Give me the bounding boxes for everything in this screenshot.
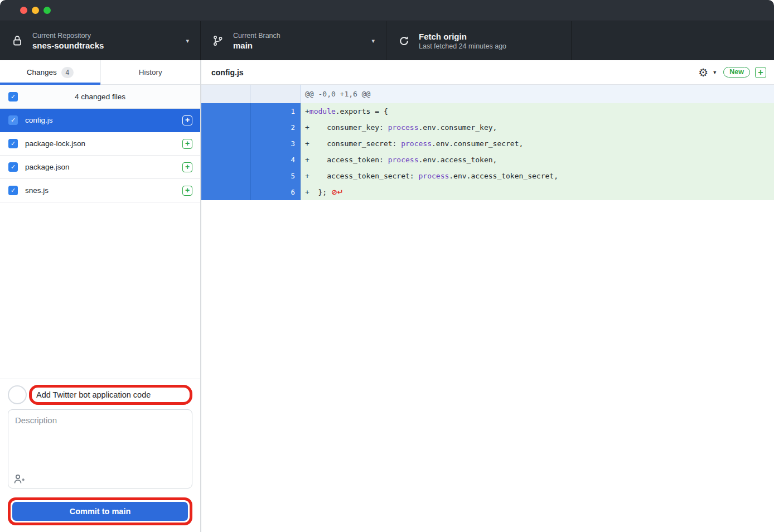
diff-line[interactable]: 6+ }; ⊘↵ [201, 184, 774, 200]
branch-switcher[interactable]: Current Branch main ▾ [201, 21, 386, 60]
diff-line[interactable]: 5+ access_token_secret: process.env.acce… [201, 168, 774, 184]
changed-files-count: 4 changed files [0, 93, 200, 101]
avatar [8, 385, 27, 404]
file-row[interactable]: ✓package.json+ [0, 156, 200, 179]
line-gutter-old[interactable] [201, 103, 251, 119]
repository-switcher[interactable]: Current Repository snes-soundtracks ▾ [0, 21, 201, 60]
add-coauthor-icon[interactable] [13, 473, 26, 485]
sidebar-empty-area [0, 202, 200, 379]
file-name: package-lock.json [25, 139, 182, 148]
tab-history-label: History [139, 68, 162, 76]
file-name: snes.js [25, 186, 182, 195]
diff-view: @@ -0,0 +1,6 @@ 1+module.exports = {2+ c… [201, 85, 774, 200]
branch-label: Current Branch [233, 32, 367, 40]
toolbar-spacer [572, 21, 774, 60]
diff-actions: ⚙ ▾ New + [698, 67, 766, 78]
hunk-gutter-old [201, 85, 251, 103]
line-gutter-old[interactable] [201, 119, 251, 136]
line-code: + access_token: process.env.access_token… [301, 152, 774, 168]
line-number[interactable]: 2 [251, 119, 301, 136]
diff-line[interactable]: 1+module.exports = { [201, 103, 774, 119]
file-checkbox[interactable]: ✓ [8, 186, 18, 195]
fetch-title: Fetch origin [419, 32, 560, 41]
line-number[interactable]: 6 [251, 184, 301, 200]
summary-highlight-annotation [29, 385, 192, 405]
close-button[interactable] [20, 7, 27, 14]
commit-summary-input[interactable] [36, 390, 185, 399]
sidebar: Changes 4 History ✓ 4 changed files ✓con… [0, 60, 201, 532]
repository-label: Current Repository [32, 32, 181, 40]
commit-summary-row [8, 385, 192, 405]
diff-line[interactable]: 2+ consumer_key: process.env.consumer_ke… [201, 119, 774, 136]
diff-line[interactable]: 4+ access_token: process.env.access_toke… [201, 152, 774, 168]
line-number[interactable]: 1 [251, 103, 301, 119]
repository-name: snes-soundtracks [32, 41, 181, 50]
file-checkbox[interactable]: ✓ [8, 115, 18, 125]
fetch-origin-button[interactable]: Fetch origin Last fetched 24 minutes ago [386, 21, 572, 60]
file-status-new-badge: New [723, 67, 750, 78]
branch-name: main [233, 41, 367, 50]
commit-description-input[interactable] [8, 409, 192, 489]
file-row[interactable]: ✓package-lock.json+ [0, 132, 200, 156]
line-code: +module.exports = { [301, 103, 774, 119]
file-row[interactable]: ✓config.js+ [0, 109, 200, 132]
diff-line[interactable]: 3+ consumer_secret: process.env.consumer… [201, 136, 774, 152]
git-branch-icon [212, 35, 224, 47]
gear-icon[interactable]: ⚙ [698, 67, 708, 78]
line-number[interactable]: 4 [251, 152, 301, 168]
traffic-lights [20, 7, 51, 14]
file-status-added-icon: + [182, 115, 192, 125]
commit-panel: Commit to main [0, 379, 200, 532]
line-number[interactable]: 5 [251, 168, 301, 184]
fetch-subtitle: Last fetched 24 minutes ago [419, 42, 560, 50]
chevron-down-icon: ▾ [186, 37, 189, 45]
line-number[interactable]: 3 [251, 136, 301, 152]
sync-icon [398, 35, 410, 47]
toolbar: Current Repository snes-soundtracks ▾ Cu… [0, 21, 774, 60]
changes-count-badge: 4 [61, 67, 74, 78]
line-gutter-old[interactable] [201, 136, 251, 152]
main-content: Changes 4 History ✓ 4 changed files ✓con… [0, 60, 774, 532]
diff-file-name: config.js [211, 68, 698, 77]
line-gutter-old[interactable] [201, 152, 251, 168]
hunk-header-text: @@ -0,0 +1,6 @@ [301, 85, 774, 103]
plus-square-icon[interactable]: + [755, 67, 766, 78]
commit-button[interactable]: Commit to main [12, 502, 188, 521]
file-status-added-icon: + [182, 162, 192, 172]
file-status-added-icon: + [182, 139, 192, 149]
tab-changes-label: Changes [27, 68, 57, 76]
line-code: + }; ⊘↵ [301, 184, 774, 200]
commit-button-highlight-annotation: Commit to main [8, 497, 192, 525]
file-row[interactable]: ✓snes.js+ [0, 179, 200, 202]
select-all-row[interactable]: ✓ 4 changed files [0, 85, 200, 109]
hunk-header-row: @@ -0,0 +1,6 @@ [201, 85, 774, 103]
commit-description-wrap [8, 409, 192, 491]
line-code: + consumer_secret: process.env.consumer_… [301, 136, 774, 152]
minimize-button[interactable] [32, 7, 39, 14]
diff-lines: 1+module.exports = {2+ consumer_key: pro… [201, 103, 774, 200]
lock-icon [11, 35, 23, 47]
hunk-gutter-new [251, 85, 301, 103]
file-checkbox[interactable]: ✓ [8, 162, 18, 172]
zoom-button[interactable] [43, 7, 51, 14]
file-checkbox[interactable]: ✓ [8, 139, 18, 148]
line-code: + access_token_secret: process.env.acces… [301, 168, 774, 184]
diff-header: config.js ⚙ ▾ New + [201, 60, 774, 85]
tab-history[interactable]: History [100, 60, 201, 84]
file-name: package.json [25, 163, 182, 171]
diff-pane: config.js ⚙ ▾ New + @@ -0,0 +1,6 @@ 1+mo… [201, 60, 774, 532]
tab-changes[interactable]: Changes 4 [0, 60, 100, 84]
sidebar-tabs: Changes 4 History [0, 60, 200, 85]
file-name: config.js [25, 116, 182, 124]
file-status-added-icon: + [182, 186, 192, 196]
line-gutter-old[interactable] [201, 184, 251, 200]
select-all-checkbox[interactable]: ✓ [8, 92, 18, 101]
titlebar [0, 0, 774, 21]
no-newline-icon: ⊘↵ [331, 188, 344, 196]
chevron-down-icon[interactable]: ▾ [713, 69, 716, 75]
app-window: Current Repository snes-soundtracks ▾ Cu… [0, 0, 774, 532]
line-gutter-old[interactable] [201, 168, 251, 184]
file-list: ✓config.js+✓package-lock.json+✓package.j… [0, 109, 200, 202]
line-code: + consumer_key: process.env.consumer_key… [301, 119, 774, 136]
chevron-down-icon: ▾ [371, 37, 375, 45]
